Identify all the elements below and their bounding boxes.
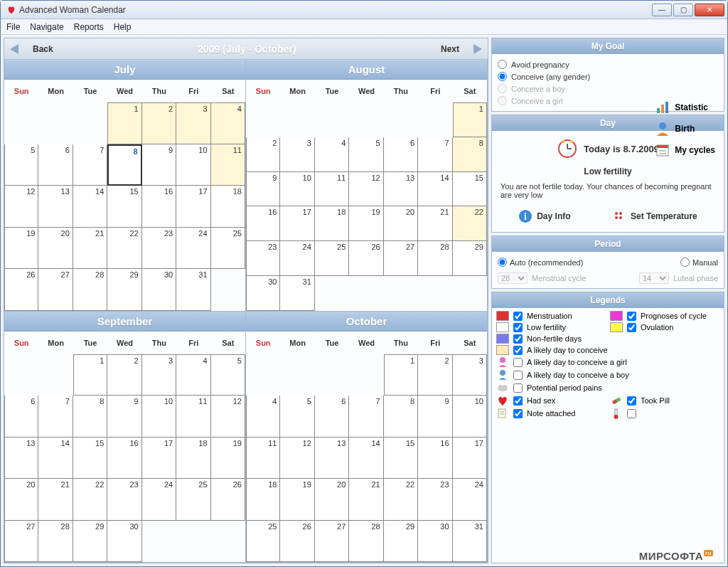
- day-cell[interactable]: 29: [73, 521, 107, 563]
- day-cell[interactable]: 17: [142, 438, 176, 479]
- cycles-link[interactable]: My cycles: [655, 142, 715, 158]
- day-cell[interactable]: 6: [315, 396, 349, 438]
- day-cell[interactable]: 30: [246, 276, 280, 311]
- period-auto-radio[interactable]: Auto (recommended): [498, 258, 583, 267]
- legend-checkbox[interactable]: [513, 409, 523, 418]
- day-cell[interactable]: 14: [38, 438, 73, 479]
- day-cell[interactable]: 29: [107, 269, 141, 311]
- day-cell[interactable]: 3: [176, 102, 210, 144]
- day-cell[interactable]: 11: [246, 438, 280, 479]
- day-cell[interactable]: 23: [418, 479, 452, 521]
- day-cell[interactable]: 27: [384, 241, 418, 276]
- day-cell[interactable]: 6: [384, 137, 418, 172]
- day-cell[interactable]: 12: [349, 172, 383, 207]
- day-cell[interactable]: 23: [246, 241, 280, 276]
- day-cell[interactable]: 20: [384, 206, 418, 241]
- day-cell[interactable]: 2: [246, 137, 280, 172]
- day-cell[interactable]: 25: [211, 228, 245, 270]
- day-cell[interactable]: 29: [453, 241, 487, 276]
- day-cell[interactable]: 1: [73, 354, 107, 396]
- day-cell[interactable]: 24: [453, 479, 487, 521]
- day-cell[interactable]: 1: [384, 354, 418, 396]
- day-cell[interactable]: 13: [4, 438, 38, 479]
- day-cell[interactable]: 20: [4, 479, 38, 521]
- day-cell[interactable]: 29: [384, 521, 418, 563]
- day-cell[interactable]: 9: [418, 396, 452, 438]
- day-cell[interactable]: 15: [453, 172, 487, 207]
- day-cell[interactable]: 13: [384, 172, 418, 207]
- close-button[interactable]: ✕: [695, 4, 724, 16]
- day-cell[interactable]: 31: [176, 269, 210, 311]
- day-cell[interactable]: 14: [73, 186, 107, 228]
- day-cell[interactable]: 3: [453, 354, 487, 396]
- legend-checkbox[interactable]: [627, 396, 636, 406]
- day-cell[interactable]: 12: [4, 186, 38, 228]
- day-cell[interactable]: 19: [349, 206, 383, 241]
- day-cell[interactable]: 21: [349, 479, 383, 521]
- day-cell[interactable]: 7: [38, 396, 73, 438]
- day-cell[interactable]: 26: [280, 521, 314, 563]
- day-cell[interactable]: 17: [280, 206, 314, 241]
- day-cell[interactable]: 9: [142, 144, 176, 186]
- day-cell[interactable]: 6: [4, 396, 38, 438]
- day-cell[interactable]: 3: [280, 137, 314, 172]
- day-cell[interactable]: 15: [384, 438, 418, 479]
- day-cell[interactable]: 5: [4, 144, 38, 186]
- day-cell[interactable]: 14: [349, 438, 383, 479]
- day-cell[interactable]: 28: [73, 269, 107, 311]
- day-cell[interactable]: 16: [107, 438, 141, 479]
- day-cell[interactable]: 22: [453, 206, 487, 241]
- birth-link[interactable]: Birth: [655, 121, 715, 137]
- day-cell[interactable]: 7: [349, 396, 383, 438]
- day-cell[interactable]: 4: [246, 396, 280, 438]
- day-info-button[interactable]: i Day Info: [518, 209, 570, 223]
- legend-checkbox[interactable]: [513, 312, 523, 321]
- back-button[interactable]: Back: [24, 44, 62, 54]
- back-arrow-icon[interactable]: [4, 39, 24, 59]
- menu-help[interactable]: Help: [114, 22, 132, 32]
- day-cell[interactable]: 20: [38, 228, 73, 270]
- statistic-link[interactable]: Statistic: [655, 100, 715, 115]
- day-cell[interactable]: 19: [280, 479, 314, 521]
- legend-checkbox[interactable]: [513, 383, 523, 393]
- day-cell[interactable]: 3: [142, 354, 176, 396]
- day-cell[interactable]: 16: [246, 206, 280, 241]
- day-cell[interactable]: 2: [107, 354, 141, 396]
- day-cell[interactable]: 17: [453, 438, 487, 479]
- menu-reports[interactable]: Reports: [74, 22, 104, 32]
- day-cell[interactable]: 28: [418, 241, 452, 276]
- day-cell[interactable]: 21: [38, 479, 73, 521]
- day-cell[interactable]: 28: [38, 521, 73, 563]
- day-cell[interactable]: 16: [142, 186, 176, 228]
- day-cell[interactable]: 24: [142, 479, 176, 521]
- day-cell[interactable]: 24: [176, 228, 210, 270]
- day-cell[interactable]: 1: [107, 102, 141, 144]
- day-cell[interactable]: 11: [211, 144, 245, 186]
- day-cell[interactable]: 28: [349, 521, 383, 563]
- day-cell[interactable]: 14: [418, 172, 452, 207]
- period-manual-radio[interactable]: Manual: [680, 258, 718, 267]
- day-cell[interactable]: 12: [280, 438, 314, 479]
- day-cell[interactable]: 30: [418, 521, 452, 563]
- goal-option[interactable]: Avoid pregnancy: [498, 58, 718, 70]
- day-cell[interactable]: 10: [280, 172, 314, 207]
- day-cell[interactable]: 5: [349, 137, 383, 172]
- day-cell[interactable]: 4: [315, 137, 349, 172]
- goal-option[interactable]: Conceive (any gender): [498, 70, 718, 83]
- day-cell[interactable]: 24: [280, 241, 314, 276]
- legend-checkbox[interactable]: [513, 334, 523, 344]
- next-button[interactable]: Next: [432, 44, 468, 54]
- day-cell[interactable]: 26: [211, 479, 245, 521]
- day-cell[interactable]: 18: [315, 206, 349, 241]
- day-cell[interactable]: 8: [384, 396, 418, 438]
- day-cell[interactable]: 17: [176, 186, 210, 228]
- day-cell[interactable]: 12: [211, 396, 245, 438]
- day-cell[interactable]: 2: [418, 354, 452, 396]
- legend-checkbox[interactable]: [627, 323, 636, 332]
- menu-file[interactable]: File: [6, 22, 20, 32]
- day-cell[interactable]: 8: [107, 144, 141, 186]
- day-cell[interactable]: 31: [453, 521, 487, 563]
- day-cell[interactable]: 7: [418, 137, 452, 172]
- day-cell[interactable]: 10: [142, 396, 176, 438]
- maximize-button[interactable]: ▢: [673, 4, 693, 16]
